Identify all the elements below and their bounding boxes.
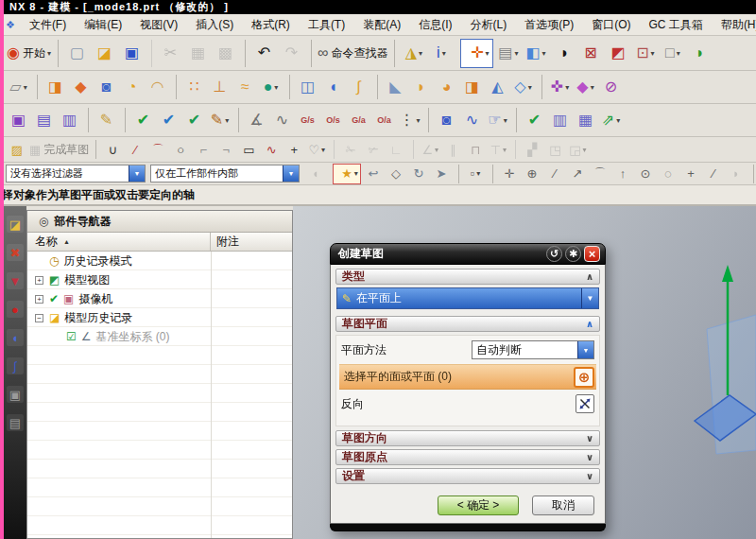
tag-button[interactable]: ✎ (88, 108, 118, 132)
child-window-icon[interactable]: ❖ (6, 19, 15, 31)
tree-expander[interactable]: + (35, 295, 43, 304)
menu-preferences[interactable]: 首选项(P) (514, 15, 581, 35)
edit-section-button[interactable]: ⊡ ▾ (632, 40, 658, 67)
chamfer-button[interactable]: ◣ (377, 75, 407, 99)
marquee-select-button[interactable]: ▫ ▾ (458, 165, 486, 183)
snap-vertical-button[interactable]: ↑ (612, 165, 633, 183)
examine-geometry-button[interactable]: ✔ (125, 108, 155, 132)
revolve-button[interactable]: ◆ (69, 75, 93, 99)
show-solid-button[interactable]: ◇ (386, 165, 406, 183)
fillet-button[interactable]: ⌐ (193, 140, 214, 159)
snap-point-button[interactable]: + (680, 165, 701, 183)
paste-button[interactable]: ▩ (213, 40, 238, 67)
section-view-button[interactable]: ◩ (605, 40, 630, 67)
menu-edit[interactable]: 编辑(E) (74, 15, 129, 35)
snap-intersection-button[interactable]: ∕ (703, 165, 724, 183)
dock-roles-icon[interactable]: ◪ (7, 216, 24, 233)
studio-spline-button[interactable]: ∿ (261, 140, 282, 159)
dock-curve-icon[interactable]: ◖ (7, 329, 24, 346)
tree-row-history-mode[interactable]: ◷ 历史记录模式 (27, 252, 292, 270)
layer-settings-button[interactable]: ▤ (32, 108, 56, 132)
snap-face-button[interactable]: ◗ (726, 165, 747, 183)
edge-blend-button[interactable]: ◗ (409, 75, 433, 99)
part-cylinder-button[interactable]: ◙ (428, 108, 458, 132)
snap-curve-button[interactable]: ⌒ (590, 165, 610, 183)
select-face-row[interactable]: 选择平的面或平面 (0) ⊕ (339, 364, 596, 390)
make-corner-button[interactable]: ∟ (386, 140, 406, 159)
rotate-view-button[interactable]: ↻ (408, 165, 429, 183)
extrude-button[interactable]: ◨ (37, 75, 67, 99)
delete-face-button[interactable]: ⊘ (599, 75, 623, 99)
constraints-button[interactable]: ∠ ▾ (413, 140, 440, 159)
undo-button[interactable]: ↶ (245, 40, 277, 67)
cancel-button[interactable]: 取消 (532, 496, 594, 515)
combo-dropdown-icon[interactable]: ▼ (129, 165, 145, 182)
split-body-button[interactable]: ◖ (321, 75, 345, 99)
snap-rotate-button[interactable]: ⊕ (522, 165, 542, 183)
tree-row-model-history[interactable]: − ◪ 模型历史记录 (27, 308, 292, 327)
point-button[interactable]: + (284, 140, 304, 159)
menu-assemblies[interactable]: 装配(A) (352, 15, 408, 35)
bend-button[interactable]: ∫ (347, 75, 370, 99)
snap-move-button[interactable]: ✛ (492, 165, 520, 183)
unite-button[interactable]: ● ▾ (259, 75, 283, 99)
dock-panel2-icon[interactable]: ▤ (7, 414, 24, 431)
reset-icon[interactable]: ↺ (546, 246, 562, 262)
draft-button[interactable]: ⊥ (208, 75, 232, 99)
background-button[interactable]: □ ▾ (660, 40, 685, 67)
wireframe-cube-button[interactable]: ◇ ▾ (511, 75, 535, 99)
selection-scope-combo[interactable]: 仅在工作部件内部 ▼ (150, 165, 300, 183)
section-header-orientation[interactable]: 草图方向 ∨ (335, 430, 600, 446)
boss-button[interactable]: ◔ (120, 75, 144, 99)
column-header-name[interactable]: 名称 ▲ (27, 233, 211, 251)
grip-tool-button[interactable]: ☞ ▾ (486, 108, 509, 132)
menu-format[interactable]: 格式(R) (241, 15, 298, 35)
pattern-feature-button[interactable]: ∷ (176, 75, 206, 99)
dock-point-icon[interactable]: ● (7, 301, 24, 318)
new-file-button[interactable]: ▢ (58, 40, 90, 67)
fit-view-button[interactable]: ✛ ▾ (460, 39, 493, 68)
snap-center-button[interactable]: ⊙ (635, 165, 656, 183)
save-button[interactable]: ▣ (119, 40, 145, 67)
tree-row-cameras[interactable]: + ✔ ▣ 摄像机 (27, 289, 292, 308)
tree-expander[interactable]: − (35, 314, 43, 322)
open-file-button[interactable]: ◪ (92, 40, 117, 67)
command-finder-button[interactable]: ∞ 命令查找器 (311, 40, 387, 67)
column-header-note[interactable]: 附注 (211, 233, 292, 251)
heal-geometry-button[interactable]: ✔ (182, 108, 206, 132)
edit-text-button[interactable]: ✎ ▾ (208, 108, 232, 132)
copy-button[interactable]: ▦ (185, 40, 211, 67)
deviation-gauge-button[interactable]: ∡ (238, 108, 268, 132)
sketch-in-task-button[interactable]: ◮ ▾ (394, 40, 426, 67)
section-header-type[interactable]: 类型 ∧ (335, 269, 600, 285)
pattern-curve-button[interactable]: ▞ (515, 140, 542, 159)
line-button[interactable]: ∕ (125, 140, 146, 159)
start-button[interactable]: ◉ 开始 ▾ (7, 40, 51, 67)
move-face-button[interactable]: ✜ ▾ (541, 75, 572, 99)
gs-analysis-button[interactable]: G/s (296, 108, 319, 132)
cut-button[interactable]: ✂ (151, 40, 183, 67)
ga-analysis-button[interactable]: G/a (347, 108, 370, 132)
intersection-point-button[interactable]: ◲ ▾ (567, 140, 588, 159)
auto-dimension-button[interactable]: ⊤ ▾ (488, 140, 508, 159)
rectangle-button[interactable]: ▭ (238, 140, 259, 159)
validate-button[interactable]: ✔ (516, 108, 546, 132)
section-header-sketch-plane[interactable]: 草图平面 ∧ (335, 316, 600, 332)
menu-gc-toolbox[interactable]: GC 工具箱 (639, 15, 711, 35)
info-button[interactable]: i ▾ (428, 40, 454, 67)
menu-view[interactable]: 视图(V) (129, 15, 185, 35)
menu-analysis[interactable]: 分析(L) (460, 15, 515, 35)
quick-extend-button[interactable]: ✃ (363, 140, 384, 159)
snap-quadrant-button[interactable]: ◌ (658, 165, 679, 183)
clip-section-button[interactable]: ⊠ (577, 40, 603, 67)
spring-tool-button[interactable]: ∿ (460, 108, 484, 132)
menu-window[interactable]: 窗口(O) (581, 15, 638, 35)
menu-tools[interactable]: 工具(T) (298, 15, 352, 35)
finish-sketch-button[interactable]: ▦ 完成草图 (29, 140, 89, 159)
layer-category-button[interactable]: ▥ (58, 108, 81, 132)
list-options-button[interactable]: ⋮ ▾ (398, 108, 421, 132)
spreadsheet-button[interactable]: ▦ (574, 108, 597, 132)
tree-row-model-views[interactable]: + ◩ 模型视图 (27, 270, 292, 289)
arc-button[interactable]: ⌒ (147, 140, 168, 159)
close-icon[interactable]: × (584, 246, 600, 262)
